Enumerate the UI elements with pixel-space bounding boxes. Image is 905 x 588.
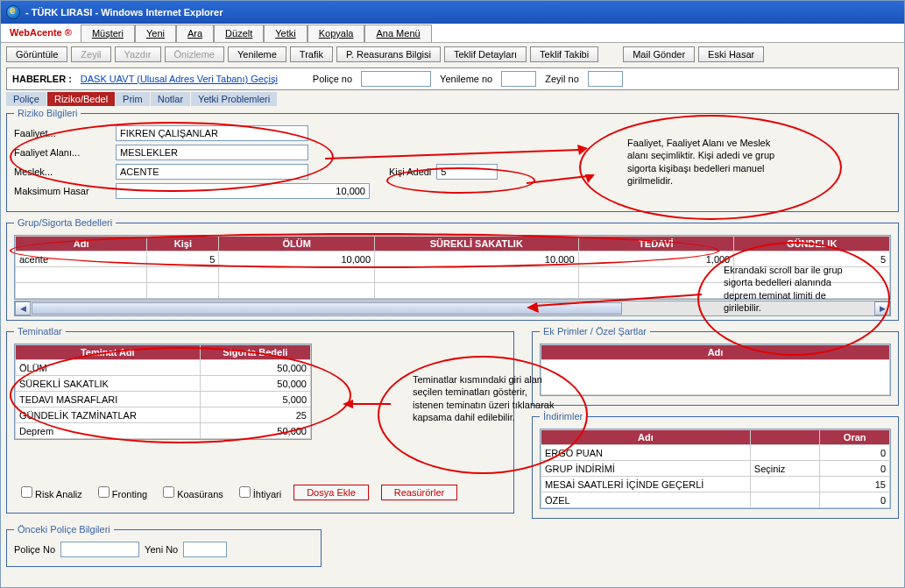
faaliyet-alani-label[interactable]: Faaliyet Alanı...: [14, 147, 110, 158]
menu-yetki[interactable]: Yetki: [264, 25, 307, 42]
menu-ara[interactable]: Ara: [176, 25, 214, 42]
grup-row-empty[interactable]: [16, 283, 890, 299]
scroll-left-icon[interactable]: ◀: [15, 301, 31, 315]
grup-legend: Grup/Sigorta Bedelleri: [14, 217, 116, 228]
onceki-police-input[interactable]: [60, 542, 139, 557]
menu-kopyala[interactable]: Kopyala: [308, 25, 365, 42]
chk-fronting-box[interactable]: [98, 486, 110, 498]
grup-h-olum: ÖLÜM: [219, 237, 375, 251]
ekprimler-row-empty[interactable]: [541, 360, 890, 395]
meslek-label[interactable]: Meslek...: [14, 166, 110, 177]
ekprimler-table[interactable]: Adı: [541, 344, 890, 395]
tool-reasurans[interactable]: P. Reasurans Bilgisi: [336, 46, 441, 62]
tool-onizleme[interactable]: Önizleme: [165, 46, 224, 62]
police-no-label: Poliçe no: [313, 74, 352, 84]
grup-row[interactable]: acente 5 10,000 10,000 1,000 5: [16, 251, 890, 267]
grup-h-adi: Adı: [16, 237, 147, 251]
faaliyet-input[interactable]: [116, 125, 308, 141]
riziko-fieldset: Riziko Bilgileri Faaliyet... Faaliyet Al…: [6, 108, 899, 212]
tool-trafik[interactable]: Trafik: [290, 46, 333, 62]
indirimler-table[interactable]: Adı Oran ERGO PUAN0 GRUP İNDİRİMİSeçiniz…: [541, 429, 890, 508]
haberler-bar: HABERLER : DASK UAVT (Ulusal Adres Veri …: [6, 67, 899, 90]
yenileme-no-input[interactable]: [501, 71, 536, 87]
tool-mail-gonder[interactable]: Mail Gönder: [623, 46, 695, 62]
grup-cell-adi[interactable]: acente: [16, 251, 147, 267]
yenileme-no-label: Yenileme no: [440, 74, 492, 84]
grup-cell-kisi[interactable]: 5: [147, 251, 219, 267]
window-title: - TÜRK LIRASI - Windows Internet Explore…: [25, 7, 223, 18]
chk-koasurans-box[interactable]: [163, 486, 174, 498]
kisi-adedi-label: Kişi Adedi: [389, 166, 431, 177]
chk-koasurans[interactable]: Koasürans: [159, 484, 223, 500]
tem-row[interactable]: Deprem50,000: [16, 423, 311, 439]
tool-eski-hasar[interactable]: Eski Hasar: [698, 46, 764, 62]
ind-row[interactable]: GRUP İNDİRİMİSeçiniz0: [541, 461, 890, 477]
indirimler-legend: İndirimler: [540, 411, 586, 422]
tem-h-adi: Teminat Adı: [16, 345, 201, 360]
tool-teklif-takibi[interactable]: Teklif Takibi: [530, 46, 598, 62]
tab-police[interactable]: Poliçe: [6, 92, 46, 106]
tem-row[interactable]: ÖLÜM50,000: [16, 360, 311, 376]
tab-prim[interactable]: Prim: [116, 92, 150, 106]
scroll-thumb[interactable]: [32, 302, 622, 315]
ind-h-oran: Oran: [820, 430, 890, 445]
tool-yenileme[interactable]: Yenileme: [228, 46, 286, 62]
grup-table[interactable]: Adı Kişi ÖLÜM SÜREKLİ SAKATLIK TEDAVİ GÜ…: [15, 236, 890, 299]
grup-h-tedavi: TEDAVİ: [578, 237, 734, 251]
teminatlar-table[interactable]: Teminat Adı Sigorta Bedeli ÖLÜM50,000 SÜ…: [15, 344, 311, 439]
tem-row[interactable]: SÜREKLİ SAKATLIK50,000: [16, 376, 311, 392]
grup-cell-tedavi[interactable]: 1,000: [578, 251, 734, 267]
haberler-link[interactable]: DASK UAVT (Ulusal Adres Veri Tabanı) Geç…: [81, 74, 278, 84]
tem-row[interactable]: TEDAVI MASRAFLARI5,000: [16, 392, 311, 407]
ind-row[interactable]: ERGO PUAN0: [541, 445, 890, 461]
grup-cell-gundelik[interactable]: 5: [734, 251, 890, 267]
maks-hasar-input[interactable]: [116, 183, 370, 199]
chk-fronting[interactable]: Fronting: [95, 484, 147, 500]
grup-row-empty[interactable]: [16, 267, 890, 283]
menu-duzelt[interactable]: Düzelt: [214, 25, 264, 42]
chk-risk[interactable]: Risk Analiz: [18, 484, 82, 500]
tool-goruntule[interactable]: Görüntüle: [6, 46, 67, 62]
reasurorler-button[interactable]: Reasürörler: [381, 485, 457, 500]
meslek-input[interactable]: [116, 164, 308, 180]
menu-anamenu[interactable]: Ana Menü: [364, 25, 431, 42]
ekprimler-h-adi: Adı: [541, 345, 890, 360]
teminatlar-fieldset: Teminatlar Teminat Adı Sigorta Bedeli ÖL…: [6, 326, 514, 514]
ind-row[interactable]: MESAİ SAATLERİ İÇİNDE GEÇERLİ15: [541, 477, 890, 492]
grup-fieldset: Grup/Sigorta Bedelleri Adı Kişi ÖLÜM SÜR…: [6, 217, 899, 321]
dosya-ekle-button[interactable]: Dosya Ekle: [293, 485, 369, 500]
chk-risk-box[interactable]: [21, 486, 32, 498]
menu-yeni[interactable]: Yeni: [135, 25, 176, 42]
tem-row[interactable]: GÜNDELİK TAZMİNATLAR25: [16, 407, 311, 423]
scroll-track[interactable]: [31, 302, 874, 315]
police-no-input[interactable]: [361, 71, 431, 87]
grup-hscroll[interactable]: ◀ ▶: [14, 301, 891, 316]
onceki-police-label: Poliçe No: [14, 544, 55, 555]
tab-riziko[interactable]: Riziko/Bedel: [47, 92, 115, 106]
subtab-strip: Poliçe Riziko/Bedel Prim Notlar Yetki Pr…: [6, 92, 899, 106]
kisi-adedi-input[interactable]: [436, 164, 498, 180]
ekprimler-legend: Ek Primler / Özel Şartlar: [540, 326, 650, 337]
faaliyet-label[interactable]: Faaliyet...: [14, 128, 110, 138]
ie-icon: [6, 5, 20, 19]
tab-yetki[interactable]: Yetki Problemleri: [191, 92, 277, 106]
faaliyet-alani-input[interactable]: [116, 145, 308, 160]
menu-musteri[interactable]: Müşteri: [81, 25, 135, 42]
grup-cell-surekli[interactable]: 10,000: [375, 251, 578, 267]
tab-notlar[interactable]: Notlar: [151, 92, 190, 106]
grup-h-kisi: Kişi: [147, 237, 219, 251]
ind-h-adi: Adı: [541, 430, 751, 445]
zeyil-no-input[interactable]: [588, 71, 623, 87]
chk-ihtiyari-box[interactable]: [239, 486, 251, 498]
onceki-yeni-input[interactable]: [183, 542, 227, 557]
grup-h-surekli: SÜREKLİ SAKATLIK: [375, 237, 578, 251]
tem-h-bedel: Sigorta Bedeli: [200, 345, 310, 360]
tool-zeyil[interactable]: Zeyil: [71, 46, 110, 62]
ind-row[interactable]: ÖZEL0: [541, 492, 890, 508]
app-menu-bar: WebAcente ® Müşteri Yeni Ara Düzelt Yetk…: [1, 24, 904, 43]
grup-cell-olum[interactable]: 10,000: [219, 251, 375, 267]
tool-teklif-detay[interactable]: Teklif Detayları: [444, 46, 527, 62]
scroll-right-icon[interactable]: ▶: [874, 301, 890, 315]
chk-ihtiyari[interactable]: İhtiyari: [236, 484, 281, 500]
tool-yazdir[interactable]: Yazdır: [115, 46, 161, 62]
